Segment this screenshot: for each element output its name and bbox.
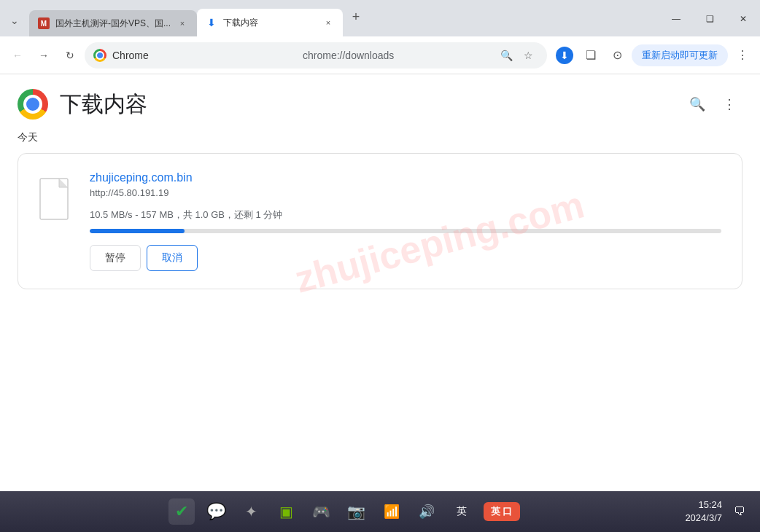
downloads-header: 下载内容 🔍 ⋮ [0,74,760,131]
search-icon[interactable]: 🔍 [496,45,516,66]
taskbar-right: 15:24 2024/3/7 🗨 [685,498,751,525]
taskbar-wifi-icon[interactable]: 📶 [379,498,405,525]
titlebar: ⌄ M 国外主机测评-国外VPS、国... × ⬇ 下载内容 × + — ❑ ✕ [0,0,760,36]
ime-badge-label: 英 口 [491,505,513,518]
header-search-button[interactable]: 🔍 [684,91,710,117]
progress-bar-fill [90,229,185,233]
address-actions: 🔍 ☆ [496,45,538,66]
time-display: 15:24 [685,498,722,512]
minimize-button[interactable]: — [659,7,693,31]
taskbar-bluetooth-icon[interactable]: ✦ [239,498,265,525]
taskbar-ime-label[interactable]: 英 [449,498,475,525]
file-url: http://45.80.191.19 [90,187,721,198]
taskbar-speaker-icon[interactable]: 🔊 [414,498,440,525]
header-menu-button[interactable]: ⋮ [716,91,742,117]
file-name[interactable]: zhujiceping.com.bin [90,171,721,184]
header-actions: 🔍 ⋮ [684,91,742,117]
progress-info: 10.5 MB/s - 157 MB，共 1.0 GB，还剩 1 分钟 [90,208,721,222]
taskbar-time: 15:24 2024/3/7 [685,498,722,525]
tab-inactive-close[interactable]: × [177,17,188,29]
tab-inactive-favicon: M [38,17,50,29]
chrome-favicon [93,49,106,62]
update-button[interactable]: 重新启动即可更新 [632,44,728,66]
tab-active[interactable]: ⬇ 下载内容 × [197,9,343,36]
update-label: 重新启动即可更新 [642,49,718,62]
navbar: ← → ↻ Chrome chrome://downloads 🔍 ☆ ⬇ ❏ … [0,36,760,74]
tab-active-close[interactable]: × [322,17,334,28]
download-actions: 暂停 取消 [90,245,721,271]
close-button[interactable]: ✕ [726,7,760,31]
tab-inactive-title: 国外主机测评-国外VPS、国... [55,17,171,30]
download-card: zhujiceping.com.bin http://45.80.191.19 … [18,153,742,289]
taskbar-gpu-icon[interactable]: ▣ [274,498,300,525]
navbar-right: ⬇ ❏ ⊙ 重新启动即可更新 ⋮ [553,44,754,67]
cancel-button[interactable]: 取消 [147,245,198,271]
page-content: 下载内容 🔍 ⋮ 今天 zhujiceping.com.bin [0,74,760,491]
forward-button[interactable]: → [32,44,55,67]
section-today-label: 今天 [0,131,760,153]
new-tab-button[interactable]: + [346,7,366,27]
window-controls: — ❑ ✕ [659,7,760,36]
tab-dropdown-btn[interactable]: ⌄ [0,7,29,34]
chrome-logo-large [18,89,48,120]
bookmark-icon[interactable]: ☆ [518,45,538,66]
taskbar: ✔ 💬 ✦ ▣ 🎮 📷 📶 🔊 英 [0,491,760,532]
taskbar-camera-icon[interactable]: 📷 [344,498,370,525]
address-bar[interactable]: Chrome chrome://downloads 🔍 ☆ [85,42,547,69]
menu-icon[interactable]: ⋮ [731,44,754,67]
taskbar-ime-badge[interactable]: 英 口 [484,502,520,521]
download-indicator-icon[interactable]: ⬇ [553,44,576,67]
progress-bar-container [90,229,721,233]
back-button[interactable]: ← [6,44,29,67]
maximize-button[interactable]: ❑ [693,7,726,31]
file-icon [39,177,75,221]
page-title: 下载内容 [60,90,147,120]
chrome-label: Chrome [112,50,300,61]
tab-active-favicon: ⬇ [206,17,217,28]
tab-active-title: 下载内容 [223,17,317,29]
date-display: 2024/3/7 [685,512,722,525]
profile-icon[interactable]: ⊙ [605,44,629,67]
taskbar-wechat-icon[interactable]: 💬 [203,498,230,525]
dropdown-icon: ⌄ [10,15,19,26]
download-info: zhujiceping.com.bin http://45.80.191.19 … [90,171,721,271]
reload-button[interactable]: ↻ [58,44,82,67]
taskbar-game-icon[interactable]: 🎮 [309,498,335,525]
sidebar-icon[interactable]: ❏ [579,44,602,67]
tab-inactive[interactable]: M 国外主机测评-国外VPS、国... × [29,10,197,36]
page-wrapper: zhujiceping.com 下载内容 🔍 ⋮ 今天 [0,74,760,491]
taskbar-notification-btn[interactable]: 🗨 [728,500,751,523]
chrome-logo-small [93,49,106,62]
pause-button[interactable]: 暂停 [90,245,141,271]
taskbar-check-icon[interactable]: ✔ [168,498,195,525]
address-text: chrome://downloads [303,50,490,61]
taskbar-icons: ✔ 💬 ✦ ▣ 🎮 📷 📶 🔊 英 [9,498,679,525]
